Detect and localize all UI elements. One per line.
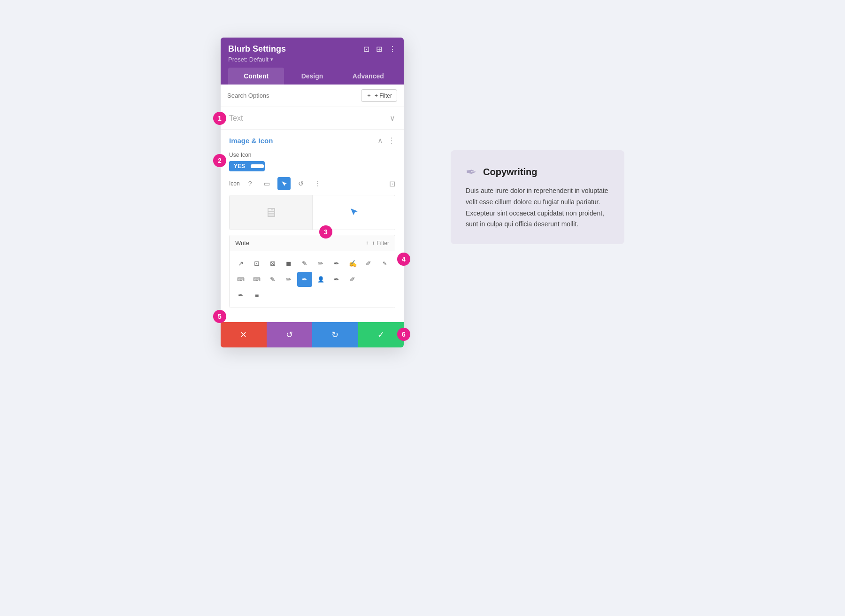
blurb-settings-panel: Blurb Settings ⊡ ⊞ ⋮ Preset: Default Con… xyxy=(221,38,404,347)
search-input[interactable] xyxy=(227,92,357,99)
icon-cursor-btn[interactable] xyxy=(277,177,291,190)
badge-3: 3 xyxy=(319,225,332,239)
redo-icon: ↻ xyxy=(331,330,338,340)
image-icon-header: Image & Icon ∧ ⋮ xyxy=(229,136,395,145)
grid-icon-20[interactable]: ✒ xyxy=(233,288,248,303)
badge-5: 5 xyxy=(213,310,226,323)
cancel-icon: ✕ xyxy=(240,330,247,340)
grid-icon-21[interactable]: ≡ xyxy=(249,288,264,303)
fullscreen-icon[interactable]: ⊡ xyxy=(363,45,369,54)
icon-help-btn[interactable]: ? xyxy=(244,177,257,190)
image-icon-title: Image & Icon xyxy=(229,137,273,145)
text-section[interactable]: Text ∨ xyxy=(221,107,404,130)
grid-icon-3[interactable]: ◼ xyxy=(281,256,296,271)
use-icon-toggle[interactable]: YES xyxy=(229,161,265,171)
use-icon-field: Use Icon YES xyxy=(229,152,395,171)
icon-field-label: Icon xyxy=(229,180,240,187)
panel-header: Blurb Settings ⊡ ⊞ ⋮ Preset: Default xyxy=(221,38,404,68)
badge-6: 6 xyxy=(397,328,410,341)
filter-button[interactable]: ＋ + Filter xyxy=(361,89,397,102)
write-section: Write ＋ + Filter ↗ ⊡ ⊠ ◼ ✎ ✏ xyxy=(229,235,395,308)
tabs-bar: Content Design Advanced xyxy=(221,68,404,85)
image-icon-section: Image & Icon ∧ ⋮ Use Icon YES xyxy=(221,130,404,230)
write-header: Write ＋ + Filter xyxy=(230,235,395,251)
more-options-icon[interactable]: ⋮ xyxy=(389,45,396,54)
toggle-yes: YES xyxy=(229,161,250,171)
preview-card: ✒ Copywriting Duis aute irure dolor in r… xyxy=(451,150,624,244)
text-section-title: Text xyxy=(229,114,243,123)
grid-icon-18[interactable] xyxy=(361,272,376,287)
icon-layout-btn[interactable]: ▭ xyxy=(261,177,274,190)
grid-icon-9[interactable]: ✎ xyxy=(377,256,392,271)
card-header-row: ✒ Copywriting xyxy=(466,164,609,180)
badge-4: 4 xyxy=(397,253,410,266)
text-chevron-icon: ∨ xyxy=(390,114,395,123)
grid-icon-17[interactable]: ✐ xyxy=(345,272,360,287)
badge-1: 1 xyxy=(213,112,226,125)
badge-2: 2 xyxy=(213,154,226,167)
cursor-preview-icon xyxy=(349,207,358,218)
card-title: Copywriting xyxy=(483,167,538,177)
icon-dots-btn[interactable]: ⋮ xyxy=(311,177,324,190)
write-plus-icon: ＋ xyxy=(364,239,370,247)
write-title: Write xyxy=(235,239,249,246)
action-bar: ✕ ↺ ↻ ✓ xyxy=(221,322,404,347)
undo-icon: ↺ xyxy=(286,330,293,340)
layout-icon[interactable]: ⊞ xyxy=(376,45,382,54)
plus-icon: ＋ xyxy=(366,92,372,100)
grid-icon-14[interactable]: ✒ xyxy=(297,272,312,287)
grid-icon-2[interactable]: ⊠ xyxy=(265,256,280,271)
grid-icon-4[interactable]: ✎ xyxy=(297,256,312,271)
grid-icon-8[interactable]: ✐ xyxy=(361,256,376,271)
icons-grid: ↗ ⊡ ⊠ ◼ ✎ ✏ ✒ ✍ ✐ ✎ ⌨ ⌨ ✎ ✏ xyxy=(230,251,395,308)
icon-expand-btn[interactable]: ⊡ xyxy=(389,179,395,188)
icon-reset-btn[interactable]: ↺ xyxy=(294,177,307,190)
grid-icon-15[interactable]: 👤 xyxy=(313,272,328,287)
grid-icon-7[interactable]: ✍ xyxy=(345,256,360,271)
panel-body: Text ∨ Image & Icon ∧ ⋮ Use Icon xyxy=(221,107,404,322)
grid-icon-13[interactable]: ✏ xyxy=(281,272,296,287)
grid-icon-0[interactable]: ↗ xyxy=(233,256,248,271)
undo-button[interactable]: ↺ xyxy=(267,322,313,347)
preset-label[interactable]: Preset: Default xyxy=(228,56,396,63)
grid-icon-5[interactable]: ✏ xyxy=(313,256,328,271)
monitor-icon: 🖥 xyxy=(264,205,277,220)
grid-icon-10[interactable]: ⌨ xyxy=(233,272,248,287)
panel-header-icons: ⊡ ⊞ ⋮ xyxy=(363,45,396,54)
icon-field-row: Icon ? ▭ ↺ ⋮ ⊡ xyxy=(229,177,395,190)
grid-icon-16[interactable]: ✒ xyxy=(329,272,344,287)
icon-preview-right[interactable] xyxy=(313,195,395,230)
redo-button[interactable]: ↻ xyxy=(312,322,358,347)
icon-preview-area: 🖥 xyxy=(229,195,395,230)
toggle-no xyxy=(251,164,264,168)
grid-icon-12[interactable]: ✎ xyxy=(265,272,280,287)
card-icon: ✒ xyxy=(466,164,476,180)
grid-icon-6[interactable]: ✒ xyxy=(329,256,344,271)
collapse-icon[interactable]: ∧ xyxy=(377,136,383,145)
use-icon-label: Use Icon xyxy=(229,152,395,158)
icon-preview-left[interactable]: 🖥 xyxy=(230,195,313,230)
tab-advanced[interactable]: Advanced xyxy=(340,68,396,85)
search-row: ＋ + Filter xyxy=(221,85,404,107)
tab-content[interactable]: Content xyxy=(228,68,284,85)
grid-icon-19[interactable] xyxy=(377,272,392,287)
save-icon: ✓ xyxy=(377,330,384,340)
cancel-button[interactable]: ✕ xyxy=(221,322,267,347)
write-filter-btn[interactable]: ＋ + Filter xyxy=(364,239,389,247)
grid-icon-1[interactable]: ⊡ xyxy=(249,256,264,271)
card-body: Duis aute irure dolor in reprehenderit i… xyxy=(466,185,609,230)
section-more-icon[interactable]: ⋮ xyxy=(388,136,395,145)
section-header-controls: ∧ ⋮ xyxy=(377,136,395,145)
grid-icon-11[interactable]: ⌨ xyxy=(249,272,264,287)
tab-design[interactable]: Design xyxy=(284,68,340,85)
panel-title: Blurb Settings xyxy=(228,44,286,54)
